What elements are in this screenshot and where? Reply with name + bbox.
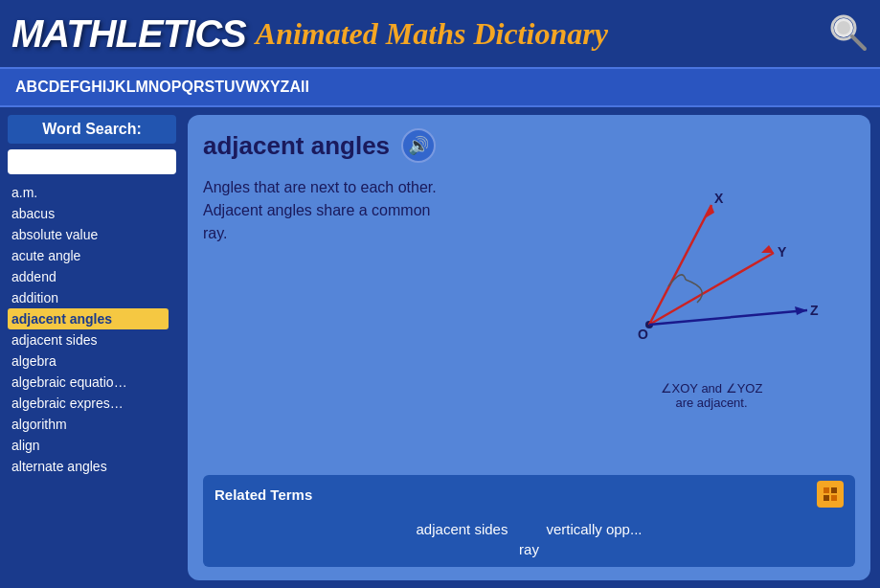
alpha-letter-z[interactable]: Z <box>281 79 290 95</box>
related-expand-button[interactable] <box>817 481 844 508</box>
alpha-letter-n[interactable]: N <box>148 79 160 95</box>
word-item[interactable]: align <box>8 435 169 456</box>
svg-marker-13 <box>795 306 807 315</box>
content-area: adjacent angles 🔊 Angles that are next t… <box>188 115 870 580</box>
svg-text:Y: Y <box>778 244 787 260</box>
word-item[interactable]: addend <box>8 266 169 287</box>
related-term-link[interactable]: vertically opp... <box>546 521 642 537</box>
term-title: adjacent angles <box>203 131 390 161</box>
related-header-label: Related Terms <box>214 486 312 503</box>
alpha-letter-k[interactable]: K <box>115 79 126 95</box>
search-input-container <box>8 149 176 174</box>
alpha-letter-q[interactable]: Q <box>181 79 192 95</box>
svg-rect-18 <box>831 495 837 501</box>
alpha-letter-v[interactable]: V <box>235 79 245 95</box>
expand-icon <box>822 486 839 503</box>
related-terms-list: adjacent sidesvertically opp... ray <box>203 513 855 567</box>
search-icon[interactable] <box>826 11 869 57</box>
svg-rect-17 <box>824 495 829 501</box>
alpha-letter-o[interactable]: O <box>159 79 170 95</box>
alpha-letter-w[interactable]: W <box>245 79 259 95</box>
alpha-letter-r[interactable]: R <box>193 79 205 95</box>
alpha-letter-e[interactable]: E <box>59 79 70 95</box>
related-header: Related Terms <box>203 475 855 513</box>
alpha-letter-j[interactable]: J <box>106 79 115 95</box>
alpha-letter-all[interactable]: All <box>289 79 308 95</box>
angles-diagram: O X Y Z <box>573 176 822 368</box>
word-item[interactable]: absolute value <box>8 224 169 245</box>
svg-rect-15 <box>824 487 829 493</box>
alpha-letter-b[interactable]: B <box>27 79 38 95</box>
term-content: Angles that are next to each other. Adja… <box>203 176 855 475</box>
alpha-letter-a[interactable]: A <box>15 79 27 95</box>
word-item[interactable]: addition <box>8 287 169 308</box>
word-item[interactable]: algorithm <box>8 414 169 435</box>
search-input[interactable] <box>8 149 176 174</box>
word-item[interactable]: algebra <box>8 351 169 372</box>
logo-subtitle: Animated Maths Dictionary <box>256 16 608 52</box>
word-item[interactable]: abacus <box>8 203 169 224</box>
description-line1: Angles that are next to each other. <box>203 179 437 195</box>
svg-line-12 <box>649 310 807 325</box>
main-layout: Word Search: a.m.abacusabsolute valueacu… <box>0 107 880 588</box>
related-term-link[interactable]: adjacent sides <box>417 521 508 537</box>
alpha-letter-x[interactable]: X <box>259 79 270 95</box>
alpha-letter-g[interactable]: G <box>79 79 91 95</box>
alpha-letter-m[interactable]: M <box>135 79 147 95</box>
diagram-caption: ∠XOY and ∠YOZ are adjacent. <box>661 381 763 410</box>
svg-point-3 <box>837 21 850 34</box>
term-description: Angles that are next to each other. Adja… <box>203 176 553 475</box>
diagram-area: O X Y Z <box>573 176 850 377</box>
alpha-letter-y[interactable]: Y <box>270 79 281 95</box>
alpha-letter-s[interactable]: S <box>204 79 214 95</box>
svg-text:O: O <box>638 327 648 342</box>
alpha-letter-u[interactable]: U <box>224 79 236 95</box>
sidebar-scroll-area: a.m.abacusabsolute valueacute angleadden… <box>0 182 184 580</box>
word-item[interactable]: a.m. <box>8 182 169 203</box>
alpha-letter-p[interactable]: P <box>171 79 182 95</box>
related-row-2: ray <box>519 541 539 557</box>
alpha-letter-c[interactable]: C <box>37 79 49 95</box>
svg-marker-10 <box>761 245 774 253</box>
alpha-letter-t[interactable]: T <box>214 79 224 95</box>
word-item[interactable]: alternate angles <box>8 456 169 477</box>
word-item[interactable]: algebraic expres… <box>8 393 169 414</box>
word-item[interactable]: algebraic equatio… <box>8 372 169 393</box>
term-header: adjacent angles 🔊 <box>203 128 855 163</box>
related-term-link[interactable]: ray <box>519 541 539 557</box>
alpha-letter-f[interactable]: F <box>70 79 79 95</box>
related-row-1: adjacent sidesvertically opp... <box>417 521 643 537</box>
term-visual: O X Y Z <box>568 176 855 475</box>
related-section: Related Terms adjacent sidesvertically o… <box>203 475 855 567</box>
description-line2: Adjacent angles share a common <box>203 202 430 218</box>
word-item[interactable]: adjacent sides <box>8 329 169 351</box>
word-item[interactable]: adjacent angles <box>8 308 169 329</box>
svg-line-2 <box>852 36 865 49</box>
alphabet-bar: ABCDEFGHIJKLMNOPQRSTUVWXYZAll <box>0 67 880 107</box>
svg-text:X: X <box>714 191 724 206</box>
svg-text:Z: Z <box>810 303 819 318</box>
caption-line1: ∠XOY and ∠YOZ <box>661 381 763 396</box>
caption-line2: are adjacent. <box>661 396 763 410</box>
word-list: a.m.abacusabsolute valueacute angleadden… <box>0 182 184 580</box>
alpha-letter-h[interactable]: H <box>91 79 102 95</box>
logo-mathletics: MATHLETICS <box>11 12 246 56</box>
word-search-label: Word Search: <box>8 115 176 144</box>
audio-button[interactable]: 🔊 <box>401 128 436 163</box>
svg-rect-16 <box>831 487 837 493</box>
header: MATHLETICS Animated Maths Dictionary <box>0 0 880 67</box>
sidebar: Word Search: a.m.abacusabsolute valueacu… <box>0 107 184 588</box>
word-item[interactable]: acute angle <box>8 245 169 266</box>
description-line3: ray. <box>203 225 227 241</box>
alpha-letter-l[interactable]: L <box>126 79 136 95</box>
alpha-letter-d[interactable]: D <box>49 79 60 95</box>
